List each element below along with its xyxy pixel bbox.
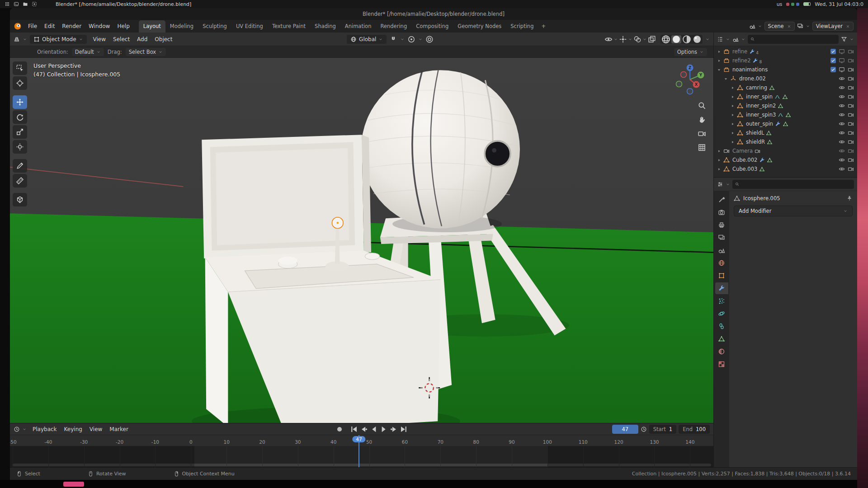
properties-tab-world[interactable] (715, 257, 728, 269)
timeline-menu-view[interactable]: View (86, 425, 106, 434)
monitor-icon[interactable] (839, 48, 845, 55)
disclosure-down-icon[interactable] (723, 76, 728, 81)
add-cube-tool[interactable] (13, 193, 27, 206)
eye-icon[interactable] (839, 112, 845, 118)
camera-view-icon[interactable] (698, 129, 706, 138)
camera-render-icon[interactable] (848, 57, 854, 64)
properties-tab-particles[interactable] (715, 295, 728, 307)
menu-render[interactable]: Render (58, 22, 85, 31)
chevron-down-icon[interactable] (741, 37, 745, 42)
workspace-tab-compositing[interactable]: Compositing (411, 20, 453, 33)
properties-search-input[interactable] (741, 181, 851, 187)
orientation-setting-dropdown[interactable]: Default (72, 48, 104, 56)
activities-icon[interactable] (5, 1, 10, 7)
browse-viewlayer-icon[interactable] (797, 23, 803, 29)
outliner-row-inner-spin[interactable]: inner_spin (714, 92, 857, 101)
auto-keying-button[interactable] (335, 425, 344, 433)
properties-tab-render[interactable] (715, 206, 728, 218)
transform-tool[interactable] (13, 140, 27, 154)
properties-tab-constraints[interactable] (715, 320, 728, 332)
chevron-down-icon[interactable] (806, 24, 810, 28)
scene-selector[interactable]: Scene (764, 22, 795, 31)
viewport-menu-add[interactable]: Add (133, 35, 151, 44)
jump-to-start-button[interactable] (349, 425, 359, 433)
properties-tab-physics[interactable] (715, 308, 728, 319)
zoom-icon[interactable] (698, 101, 706, 110)
eye-icon[interactable] (839, 148, 845, 154)
keyboard-layout-indicator[interactable]: us (777, 1, 783, 7)
workspace-tab-shading[interactable]: Shading (310, 20, 340, 33)
workspace-tab-animation[interactable]: Animation (340, 20, 376, 33)
tray-icon-3[interactable] (796, 3, 799, 6)
timeline-menu-playback[interactable]: Playback (29, 425, 61, 434)
start-frame-field[interactable]: Start 1 (649, 425, 676, 434)
terminal-icon[interactable] (14, 1, 19, 7)
outliner-editor-icon[interactable] (717, 36, 723, 42)
menu-help[interactable]: Help (113, 22, 133, 31)
overlays-icon[interactable] (633, 35, 642, 43)
camera-render-icon[interactable] (848, 84, 854, 91)
shading-material-button[interactable] (682, 35, 692, 43)
window-titlebar[interactable]: Blender* [/home/amalie/Desktop/blender/d… (10, 8, 857, 20)
status-hint-select[interactable]: Select (16, 470, 40, 477)
play-reverse-button[interactable] (369, 425, 378, 433)
properties-tab-object-data[interactable] (715, 333, 728, 345)
chevron-down-icon[interactable] (726, 37, 730, 42)
pan-hand-icon[interactable] (698, 115, 706, 124)
eye-icon[interactable] (839, 157, 845, 163)
unlink-icon[interactable] (787, 24, 791, 28)
orthographic-grid-icon[interactable] (698, 143, 706, 152)
timeline-playhead[interactable]: 47 (359, 435, 359, 467)
add-workspace-button[interactable]: + (538, 20, 549, 33)
chevron-down-icon[interactable] (849, 37, 854, 42)
add-modifier-button[interactable]: Add Modifier (734, 206, 853, 216)
disclosure-right-icon[interactable] (717, 149, 722, 154)
cursor-tool[interactable] (13, 76, 27, 90)
camera-render-icon[interactable] (848, 103, 854, 109)
camera-render-icon[interactable] (848, 48, 854, 55)
options-dropdown[interactable]: Options (674, 48, 707, 56)
timeline-editor-icon[interactable] (14, 426, 20, 432)
disclosure-right-icon[interactable] (717, 158, 722, 163)
outliner-search-input[interactable] (757, 36, 836, 42)
shading-solid-button[interactable] (671, 35, 681, 43)
display-mode-icon[interactable] (732, 36, 739, 42)
chevron-down-icon[interactable] (23, 37, 27, 42)
select-box-tool[interactable] (13, 61, 27, 75)
camera-render-icon[interactable] (848, 166, 854, 172)
system-tray[interactable] (786, 3, 799, 6)
disclosure-right-icon[interactable] (730, 85, 735, 90)
properties-tab-scene[interactable] (715, 244, 728, 256)
next-keyframe-button[interactable] (389, 425, 398, 433)
eye-icon[interactable] (839, 103, 845, 109)
view-layer-selector[interactable]: ViewLayer (812, 22, 854, 31)
visibility-icon[interactable] (604, 35, 613, 43)
chevron-down-icon[interactable] (400, 37, 405, 42)
disclosure-right-icon[interactable] (717, 49, 722, 54)
pivot-point-icon[interactable] (407, 35, 415, 43)
status-hint-object-context-menu[interactable]: Object Context Menu (174, 470, 235, 477)
annotate-tool[interactable] (13, 159, 27, 173)
chevron-down-icon[interactable] (418, 37, 423, 42)
outliner-row-shieldr[interactable]: shieldR (714, 137, 857, 146)
camera-render-icon[interactable] (848, 139, 854, 145)
outliner-row-inner-spin3[interactable]: inner_spin3 (714, 110, 857, 119)
shading-rendered-button[interactable] (692, 35, 702, 43)
properties-search[interactable] (732, 180, 854, 189)
browse-scene-icon[interactable] (749, 23, 755, 29)
files-icon[interactable] (23, 1, 28, 7)
tray-icon-1[interactable] (786, 3, 789, 6)
eye-icon[interactable] (839, 121, 845, 127)
outliner-row-refine[interactable]: refine4 (714, 47, 857, 56)
editor-type-icon[interactable] (14, 36, 20, 42)
snap-magnet-icon[interactable] (389, 35, 397, 43)
workspace-tab-rendering[interactable]: Rendering (376, 20, 411, 33)
screenshot-icon[interactable] (32, 1, 37, 7)
workspace-tab-texture-paint[interactable]: Texture Paint (268, 20, 310, 33)
disclosure-right-icon[interactable] (717, 58, 722, 63)
transform-orientation-dropdown[interactable]: Global (347, 35, 387, 44)
collection-checkbox[interactable] (830, 49, 836, 54)
monitor-icon[interactable] (839, 66, 845, 73)
xray-icon[interactable] (648, 35, 656, 43)
camera-render-icon[interactable] (848, 121, 854, 127)
